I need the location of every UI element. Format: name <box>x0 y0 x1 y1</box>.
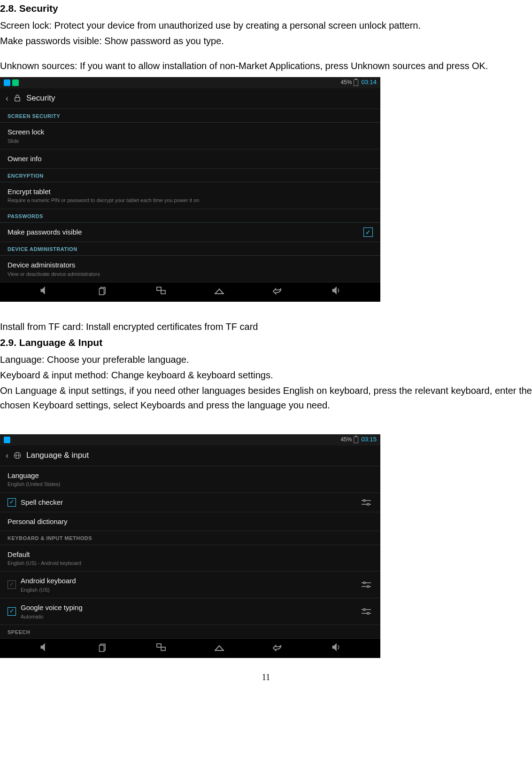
row-label: Spell checker <box>21 498 63 507</box>
screen-title: Language & input <box>26 450 89 461</box>
row-owner-info[interactable]: Owner info <box>0 149 380 169</box>
svg-rect-4 <box>157 287 161 290</box>
heading-language-input: 2.9. Language & Input <box>0 335 532 351</box>
section-header-speech: SPEECH <box>0 625 380 638</box>
row-label: Encrypt tablet <box>8 188 51 196</box>
row-sub: Slide <box>8 138 44 144</box>
row-label: Language <box>8 471 39 479</box>
nav-recent-icon[interactable] <box>89 642 117 655</box>
checkbox-disabled-icon: ✓ <box>8 580 16 589</box>
app-icon <box>4 437 10 443</box>
screenshot-language-input: 45% 03:15 ‹ Language & input Language En… <box>0 434 380 658</box>
battery-text: 45% <box>340 79 352 86</box>
section-header-encryption: ENCRYPTION <box>0 169 380 182</box>
para-makepasswords: Make passwords visible: Show password as… <box>0 34 532 48</box>
svg-rect-26 <box>157 643 161 647</box>
section-header-passwords: PASSWORDS <box>0 209 380 223</box>
svg-marker-7 <box>332 288 336 294</box>
nav-voldown-icon[interactable] <box>30 286 58 298</box>
svg-point-20 <box>363 609 365 611</box>
app-icon <box>12 79 19 86</box>
svg-point-22 <box>367 612 369 614</box>
row-personal-dict[interactable]: Personal dictionary <box>0 512 380 532</box>
statusbar: 45% 03:15 <box>0 434 380 446</box>
nav-screenshot-icon[interactable] <box>147 286 175 298</box>
battery-indicator: 45% <box>340 79 358 86</box>
para-screenlock: Screen lock: Protect your device from un… <box>0 18 532 33</box>
battery-text: 45% <box>340 436 352 444</box>
row-google-voice[interactable]: ✓ Google voice typing Automatic <box>0 598 380 625</box>
svg-rect-0 <box>15 98 20 102</box>
svg-point-18 <box>367 586 369 587</box>
nav-home-icon[interactable] <box>205 643 233 654</box>
row-screen-lock[interactable]: Screen lock Slide <box>0 123 380 149</box>
app-icon <box>4 79 10 86</box>
svg-rect-3 <box>99 289 104 295</box>
row-sub: English (US) - Android keyboard <box>8 560 81 566</box>
nav-back-icon[interactable] <box>263 643 292 654</box>
para-kb-input: Keyboard & input method: Change keyboard… <box>0 368 532 383</box>
row-language[interactable]: Language English (United States) <box>0 466 380 493</box>
row-label: Google voice typing <box>21 603 83 611</box>
row-label: Owner info <box>8 154 42 164</box>
language-icon <box>13 451 22 460</box>
row-spell-checker[interactable]: ✓ Spell checker <box>0 493 380 512</box>
back-icon[interactable]: ‹ <box>6 93 8 104</box>
para-language: Language: Choose your preferable languag… <box>0 352 532 367</box>
navbar <box>0 282 380 302</box>
screen-title: Security <box>26 93 55 103</box>
para-install-tf: Install from TF card: Install encrypted … <box>0 320 532 334</box>
battery-icon <box>354 437 358 443</box>
navbar <box>0 638 380 658</box>
nav-home-icon[interactable] <box>205 286 233 298</box>
svg-rect-25 <box>99 645 104 651</box>
row-label: Screen lock <box>8 128 44 136</box>
para-unknownsources: Unknown sources: If you want to allow in… <box>0 59 532 73</box>
title-row[interactable]: ‹ Language & input <box>0 446 380 466</box>
row-device-admins[interactable]: Device administrators View or deactivate… <box>0 256 380 282</box>
battery-icon <box>354 79 358 86</box>
screenshot-security: 45% 03:14 ‹ Security SCREEN SECURITY Scr… <box>0 77 380 302</box>
row-sub: English (US) <box>21 587 76 593</box>
page-number: 11 <box>0 671 532 684</box>
row-sub: View or deactivate device administrators <box>8 271 100 277</box>
nav-recent-icon[interactable] <box>89 286 117 298</box>
title-row[interactable]: ‹ Security <box>0 88 380 109</box>
nav-back-icon[interactable] <box>263 286 292 298</box>
section-header-device-admin: DEVICE ADMINISTRATION <box>0 242 380 256</box>
row-encrypt-tablet[interactable]: Encrypt tablet Require a numeric PIN or … <box>0 182 380 209</box>
checkbox-checked-icon[interactable]: ✓ <box>8 607 16 616</box>
checkbox-checked-icon[interactable]: ✓ <box>8 498 16 507</box>
row-label: Android keyboard <box>21 577 76 585</box>
battery-indicator: 45% <box>340 436 358 444</box>
svg-point-16 <box>363 582 365 584</box>
clock: 03:15 <box>361 436 377 444</box>
svg-marker-29 <box>332 644 336 650</box>
row-make-pw-visible[interactable]: Make passwords visible ✓ <box>0 223 380 242</box>
row-sub: English (United States) <box>8 481 61 487</box>
nav-volup-icon[interactable] <box>322 642 350 655</box>
nav-screenshot-icon[interactable] <box>147 643 175 654</box>
svg-point-12 <box>363 500 365 501</box>
statusbar: 45% 03:14 <box>0 77 380 88</box>
row-label: Make passwords visible <box>8 227 82 237</box>
nav-volup-icon[interactable] <box>322 286 350 298</box>
checkbox-checked-icon[interactable]: ✓ <box>363 227 373 237</box>
svg-rect-27 <box>161 647 165 650</box>
back-icon[interactable]: ‹ <box>6 450 8 461</box>
section-header-kb-input: KEYBOARD & INPUT METHODS <box>0 531 380 545</box>
svg-point-14 <box>367 503 369 505</box>
para-lang-long: On Language & input settings, if you nee… <box>0 384 532 413</box>
row-android-keyboard[interactable]: ✓ Android keyboard English (US) <box>0 572 380 598</box>
svg-marker-23 <box>41 644 45 650</box>
row-default[interactable]: Default English (US) - Android keyboard <box>0 545 380 572</box>
row-label: Device administrators <box>8 261 75 269</box>
section-header-screen-security: SCREEN SECURITY <box>0 109 380 123</box>
settings-slider-icon[interactable] <box>360 607 373 616</box>
clock: 03:14 <box>361 78 377 86</box>
settings-slider-icon[interactable] <box>360 498 373 507</box>
svg-rect-5 <box>161 290 165 294</box>
settings-slider-icon[interactable] <box>360 580 373 589</box>
nav-voldown-icon[interactable] <box>30 642 58 655</box>
row-label: Personal dictionary <box>8 517 68 526</box>
